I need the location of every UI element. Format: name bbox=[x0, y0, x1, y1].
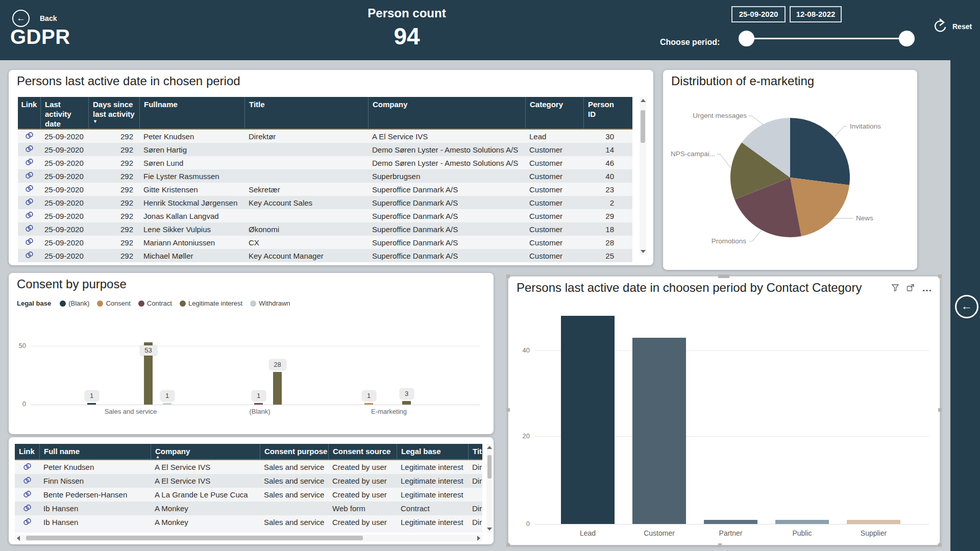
column-header-company[interactable]: Company ▲ bbox=[151, 444, 260, 459]
period-slider-handle-start[interactable] bbox=[739, 31, 754, 46]
consent-table-hscrollbar[interactable] bbox=[15, 535, 482, 541]
scroll-down-icon[interactable] bbox=[487, 528, 492, 531]
table-row[interactable]: 25-09-2020292Jonas Kallan LangvadSuperof… bbox=[18, 209, 632, 222]
table-row[interactable]: 25-09-2020292Michael MøllerKey Account M… bbox=[18, 249, 632, 262]
bar-sales-and-service-withdrawn[interactable] bbox=[163, 403, 172, 405]
resize-handle-e[interactable] bbox=[938, 408, 942, 412]
back-button[interactable]: ← bbox=[12, 10, 30, 27]
bar-lead[interactable] bbox=[561, 316, 615, 524]
resize-handle-ne[interactable] bbox=[938, 274, 942, 278]
table-row[interactable]: Bente Pedersen-HansenA La Grande Le Puse… bbox=[15, 488, 482, 502]
table-row[interactable]: 25-09-2020292Mariann AntoniussenCXSupero… bbox=[18, 236, 632, 249]
bar--blank--contract[interactable] bbox=[254, 403, 263, 405]
link-icon[interactable] bbox=[25, 198, 34, 206]
link-cell[interactable] bbox=[18, 185, 40, 194]
column-header-days-since[interactable]: Days since last activity ▼ bbox=[88, 97, 139, 129]
column-header-company[interactable]: Company bbox=[368, 97, 525, 129]
consent-table-vscrollbar[interactable] bbox=[486, 444, 493, 533]
bar--blank--legitimate-interest[interactable] bbox=[273, 372, 282, 405]
table-row[interactable]: Finn NissenA El Service IVSSales and ser… bbox=[15, 474, 482, 488]
column-header-title[interactable]: Title bbox=[244, 97, 368, 129]
previous-page-button[interactable]: ← bbox=[955, 295, 978, 318]
scroll-up-icon[interactable] bbox=[487, 446, 492, 449]
column-header-category[interactable]: Category bbox=[525, 97, 583, 129]
table-row[interactable]: 25-09-2020292Peter KnudsenDirektørA El S… bbox=[18, 130, 632, 143]
table-row[interactable]: 25-09-2020292Søren LundDemo Søren Lyster… bbox=[18, 156, 632, 169]
link-cell[interactable] bbox=[18, 198, 40, 207]
scrollbar-thumb[interactable] bbox=[487, 455, 492, 479]
scroll-up-icon[interactable] bbox=[641, 99, 646, 102]
resize-handle-se[interactable] bbox=[938, 543, 942, 547]
link-cell[interactable] bbox=[18, 238, 40, 247]
column-header-title[interactable]: Tit bbox=[468, 444, 482, 459]
scrollbar-thumb[interactable] bbox=[26, 536, 363, 540]
link-icon[interactable] bbox=[23, 518, 32, 525]
link-icon[interactable] bbox=[23, 477, 32, 484]
column-header-consent-source[interactable]: Consent source bbox=[328, 444, 397, 459]
link-icon[interactable] bbox=[25, 211, 34, 219]
bar-sales-and-service--blank-[interactable] bbox=[87, 403, 96, 405]
link-cell[interactable] bbox=[18, 251, 40, 260]
link-cell[interactable] bbox=[15, 518, 39, 527]
link-cell[interactable] bbox=[15, 463, 39, 472]
period-slider-handle-end[interactable] bbox=[899, 31, 915, 46]
link-icon[interactable] bbox=[23, 463, 32, 470]
table-row[interactable]: 25-09-2020292Gitte KristensenSekretærSup… bbox=[18, 183, 632, 196]
resize-handle-w[interactable] bbox=[506, 408, 510, 412]
bar-customer[interactable] bbox=[632, 338, 686, 524]
column-header-consent-purpose[interactable]: Consent purpose bbox=[260, 444, 328, 459]
link-icon[interactable] bbox=[25, 185, 34, 192]
back-label[interactable]: Back bbox=[40, 14, 57, 22]
period-slider-track[interactable] bbox=[747, 38, 907, 39]
column-header-fullname[interactable]: Fullname bbox=[139, 97, 244, 129]
bar-e-marketing-legitimate-interest[interactable] bbox=[402, 401, 411, 405]
scroll-down-icon[interactable] bbox=[641, 250, 646, 253]
link-icon[interactable] bbox=[23, 490, 32, 498]
link-icon[interactable] bbox=[25, 158, 34, 166]
column-header-link[interactable]: Link bbox=[18, 97, 40, 129]
table-row[interactable]: Ib HansenA MonkeyWeb formContractDir bbox=[15, 502, 482, 515]
link-cell[interactable] bbox=[18, 224, 40, 234]
link-cell[interactable] bbox=[18, 145, 40, 154]
link-cell[interactable] bbox=[18, 211, 40, 220]
link-cell[interactable] bbox=[18, 158, 40, 167]
link-cell[interactable] bbox=[15, 504, 39, 513]
table-row[interactable]: 25-09-2020292Fie Lyster RasmussenSuperbr… bbox=[18, 169, 632, 183]
resize-handle-s[interactable] bbox=[718, 543, 722, 547]
link-icon[interactable] bbox=[25, 145, 34, 153]
column-header-last-activity-date[interactable]: Last activity date bbox=[40, 97, 88, 129]
table-row[interactable]: 25-09-2020292Henrik Stockmal JørgensenKe… bbox=[18, 196, 632, 209]
link-icon[interactable] bbox=[25, 251, 34, 259]
link-cell[interactable] bbox=[15, 490, 39, 499]
bar-supplier[interactable] bbox=[847, 520, 900, 524]
bar-partner[interactable] bbox=[704, 520, 757, 524]
category-chart-panel[interactable]: Persons last active date in choosen peri… bbox=[508, 276, 940, 545]
table-row[interactable]: Peter KnudsenA El Service IVSSales and s… bbox=[15, 460, 482, 474]
pie-slice-invitations[interactable] bbox=[790, 118, 850, 185]
link-icon[interactable] bbox=[25, 171, 34, 179]
period-start-box[interactable]: 25-09-2020 bbox=[731, 6, 786, 22]
resize-handle-nw[interactable] bbox=[506, 274, 510, 278]
reset-icon[interactable] bbox=[932, 17, 947, 35]
consent-table-header[interactable]: Link Full name Company ▲ Consent purpose… bbox=[15, 444, 482, 459]
link-icon[interactable] bbox=[25, 224, 34, 232]
persons-table-header[interactable]: Link Last activity date Days since last … bbox=[18, 97, 632, 129]
column-header-person-id[interactable]: Person ID bbox=[583, 97, 620, 129]
link-cell[interactable] bbox=[18, 132, 40, 141]
persons-table-vscrollbar[interactable] bbox=[640, 97, 646, 255]
link-icon[interactable] bbox=[25, 238, 34, 245]
resize-handle-sw[interactable] bbox=[506, 543, 510, 547]
drag-handle-top[interactable] bbox=[718, 274, 729, 278]
reset-label[interactable]: Reset bbox=[952, 22, 972, 31]
bar-public[interactable] bbox=[775, 520, 829, 524]
column-header-legal-base[interactable]: Legal base bbox=[397, 444, 468, 459]
table-row[interactable]: 25-09-2020292Lene Sikker VulpiusØkonomiS… bbox=[18, 222, 632, 236]
column-header-link[interactable]: Link bbox=[15, 444, 39, 459]
column-header-full-name[interactable]: Full name bbox=[39, 444, 151, 459]
scrollbar-thumb[interactable] bbox=[641, 110, 645, 143]
scroll-left-icon[interactable] bbox=[17, 536, 20, 541]
scroll-right-icon[interactable] bbox=[477, 536, 480, 541]
period-end-box[interactable]: 12-08-2022 bbox=[790, 6, 842, 22]
link-cell[interactable] bbox=[18, 171, 40, 181]
bar-e-marketing-consent[interactable] bbox=[364, 403, 373, 405]
